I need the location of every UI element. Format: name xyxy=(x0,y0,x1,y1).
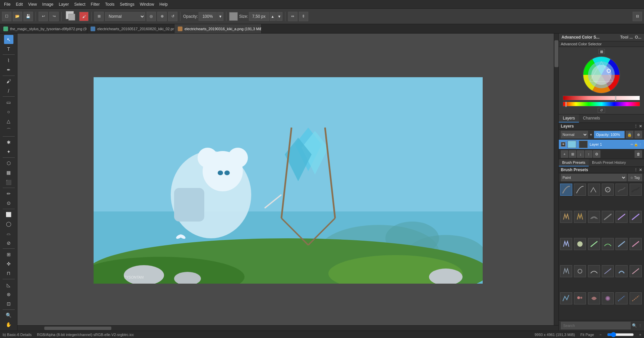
mirror-v-btn[interactable]: ⇕ xyxy=(299,12,308,21)
tool-select-arrow[interactable]: ↖ xyxy=(4,35,13,44)
brush-presets-tab[interactable]: Brush Presets xyxy=(559,159,589,166)
layers-options-btn[interactable]: ⋮ xyxy=(634,124,638,129)
tool-crop[interactable]: ⊓ xyxy=(4,269,13,278)
new-layer-group-btn[interactable]: ⊞ xyxy=(569,150,576,158)
tool-ellipse[interactable]: ○ xyxy=(4,107,13,116)
tool-assistant[interactable]: ⊛ xyxy=(4,290,13,299)
delete-layer-btn[interactable]: 🗑 xyxy=(635,150,642,158)
add-layer-btn[interactable]: + xyxy=(561,150,568,158)
brush-item-9[interactable] xyxy=(588,211,600,223)
brush-item-21[interactable] xyxy=(588,265,600,277)
brush-item-3[interactable] xyxy=(588,184,600,196)
tool-text[interactable]: T xyxy=(4,44,13,53)
brush-item-20[interactable] xyxy=(574,265,586,277)
brush-item-18[interactable] xyxy=(630,238,642,250)
menu-file[interactable]: File xyxy=(1,1,13,7)
tool-gradient[interactable]: ▦ xyxy=(4,168,13,177)
tab-0[interactable]: the_magic_stylus_by_tysontan-d9fp872.png… xyxy=(0,24,87,33)
status-fit-page[interactable]: Fit Page xyxy=(580,333,594,337)
brush-item-8[interactable] xyxy=(574,211,586,223)
tool-rect[interactable]: ▭ xyxy=(4,98,13,107)
tool-path[interactable]: ⌒ xyxy=(4,126,13,135)
move-layer-down-btn[interactable]: ↓ xyxy=(577,150,584,158)
tool-reference[interactable]: ⊡ xyxy=(4,299,13,308)
brush-item-26[interactable] xyxy=(574,292,586,304)
menu-edit[interactable]: Edit xyxy=(13,1,25,7)
horizontal-scrollbar[interactable] xyxy=(17,325,558,331)
tool-calligraphy[interactable]: ✒ xyxy=(4,65,13,75)
vscroll-thumb[interactable] xyxy=(554,40,558,67)
open-button[interactable]: 📂 xyxy=(13,12,22,21)
brush-item-29[interactable] xyxy=(615,292,628,304)
brush-preset-btn[interactable]: 🖌 xyxy=(79,12,89,21)
brush-close-btn[interactable]: ✕ xyxy=(639,168,642,172)
color-wheel-svg[interactable] xyxy=(581,55,622,95)
panel-toggle-btn[interactable]: ⊟ xyxy=(633,12,642,21)
tool-pan[interactable]: ✋ xyxy=(4,320,13,329)
blend-mode-select[interactable]: Normal Multiply Screen Overlay xyxy=(105,12,145,21)
size-up-btn[interactable]: ▲ xyxy=(270,12,276,21)
brush-item-30[interactable] xyxy=(630,292,642,304)
color-reset-btn[interactable]: ↺ xyxy=(598,108,605,113)
brush-preset-history-tab[interactable]: Brush Preset History xyxy=(589,159,629,166)
brush-tag-btn[interactable]: ☆ Tag xyxy=(628,174,642,181)
layers-close-btn[interactable]: ✕ xyxy=(639,124,642,129)
search-icon[interactable]: 🔍 xyxy=(632,323,637,328)
redo-button[interactable]: ↪ xyxy=(49,12,59,21)
menu-image[interactable]: Image xyxy=(40,1,56,7)
tool-contiguous-select[interactable]: ⊘ xyxy=(4,238,13,247)
canvas-area[interactable]: TYSONTAN xyxy=(17,34,558,331)
tool-freehand[interactable]: ⌇ xyxy=(4,56,13,65)
tool-smart-patch[interactable]: ✦ xyxy=(4,147,13,156)
brush-item-12[interactable] xyxy=(630,211,642,223)
hscroll-thumb[interactable] xyxy=(44,327,111,330)
mirror-h-btn[interactable]: ⇔ xyxy=(288,12,298,21)
opacity-down-btn[interactable]: ▼ xyxy=(217,12,223,21)
tool-panel-label[interactable]: Tool ... xyxy=(620,35,633,40)
layer-settings-btn[interactable]: ⚙ xyxy=(593,150,600,158)
tool-rect-select[interactable]: ⬜ xyxy=(4,210,13,219)
vertical-scrollbar[interactable] xyxy=(554,34,558,325)
new-button[interactable]: ☐ xyxy=(2,12,11,21)
brush-item-15[interactable] xyxy=(588,238,600,250)
filter-icon[interactable]: ▼ xyxy=(589,133,593,137)
tool-smart-eyedropper[interactable]: ⊙ xyxy=(4,198,13,207)
tool-polygon[interactable]: △ xyxy=(4,117,13,126)
brush-item-17[interactable] xyxy=(615,238,628,250)
save-button[interactable]: 💾 xyxy=(23,12,33,21)
layers-opacity-display[interactable]: Opacity: 100% xyxy=(594,131,625,138)
menu-help[interactable]: Help xyxy=(157,1,170,7)
brush-item-10[interactable] xyxy=(602,211,614,223)
tab-channels[interactable]: Channels xyxy=(579,114,604,123)
background-color[interactable] xyxy=(68,14,75,20)
undo-button[interactable]: ↩ xyxy=(39,12,48,21)
layer-edit-icon[interactable]: ✏ xyxy=(631,143,633,146)
tool-ellipse-select[interactable]: ◯ xyxy=(4,220,13,229)
eraser-btn[interactable]: ◎ xyxy=(147,12,156,21)
tool-freehand-select[interactable]: ⌓ xyxy=(4,229,13,238)
menu-settings[interactable]: Settings xyxy=(117,1,137,7)
tool-brush[interactable]: 🖌 xyxy=(4,77,13,86)
tool-zoom[interactable]: 🔍 xyxy=(4,311,13,320)
size-down-btn[interactable]: ▼ xyxy=(276,12,282,21)
layer-more-icon[interactable]: ⋮ xyxy=(639,143,642,146)
menu-tools[interactable]: Tools xyxy=(102,1,117,7)
refresh-btn[interactable]: ↺ xyxy=(168,12,177,21)
brush-item-23[interactable] xyxy=(615,265,628,277)
color-gradient-bar[interactable] xyxy=(563,96,640,100)
opacity-input[interactable] xyxy=(199,12,217,21)
brush-item-25[interactable] xyxy=(560,292,572,304)
tool-colorize[interactable]: ⬡ xyxy=(4,158,13,167)
tab-2[interactable]: electrichearts_20190316_kiki_a.png (191,… xyxy=(174,24,262,33)
opacity-lock-btn[interactable]: 🔒 xyxy=(626,131,633,138)
search-input[interactable] xyxy=(561,322,631,329)
menu-layer[interactable]: Layer xyxy=(56,1,71,7)
tab-1[interactable]: electrichearts_20160517_20160820_kiki_02… xyxy=(87,24,174,33)
tool-multibrush[interactable]: ✱ xyxy=(4,138,13,147)
zoom-plus-btn[interactable]: + xyxy=(639,333,641,337)
tool-transform[interactable]: ⊞ xyxy=(4,250,13,259)
brush-item-27[interactable] xyxy=(588,292,600,304)
brush-item-24[interactable] xyxy=(630,265,642,277)
tool-fill[interactable]: ⬛ xyxy=(4,178,13,187)
tool-measure[interactable]: ◺ xyxy=(4,280,13,289)
